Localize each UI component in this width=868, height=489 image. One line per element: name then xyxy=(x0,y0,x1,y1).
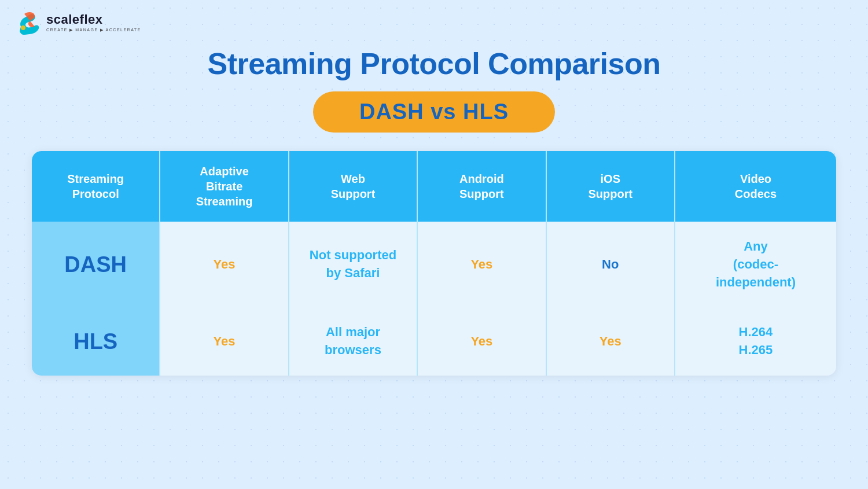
cell-hls-web: All major browsers xyxy=(289,307,418,376)
col-header-web: Web Support xyxy=(289,151,418,222)
cell-dash-ios: No xyxy=(547,222,675,307)
cell-dash-adaptive: Yes xyxy=(160,222,289,307)
cell-dash-android: Yes xyxy=(418,222,546,307)
logo: scaleflex CREATE ▶ MANAGE ▶ ACCELERATE xyxy=(16,10,141,35)
page-title: Streaming Protocol Comparison xyxy=(208,46,661,81)
cell-dash-web: Not supported by Safari xyxy=(289,222,418,307)
comparison-table-wrapper: Streaming Protocol Adaptive Bitrate Stre… xyxy=(32,151,836,376)
col-header-protocol: Streaming Protocol xyxy=(32,151,160,222)
cell-hls-android: Yes xyxy=(418,307,546,376)
col-header-android: Android Support xyxy=(418,151,546,222)
cell-dash-codecs: Any (codec- independent) xyxy=(675,222,836,307)
table-header-row: Streaming Protocol Adaptive Bitrate Stre… xyxy=(32,151,836,222)
svg-point-0 xyxy=(21,25,25,30)
comparison-badge: DASH vs HLS xyxy=(313,91,555,133)
scaleflex-logo-icon xyxy=(16,10,41,35)
col-header-ios: iOS Support xyxy=(547,151,675,222)
comparison-table: Streaming Protocol Adaptive Bitrate Stre… xyxy=(32,151,836,376)
logo-tagline: CREATE ▶ MANAGE ▶ ACCELERATE xyxy=(46,28,141,32)
badge-text: DASH vs HLS xyxy=(359,100,509,124)
table-row-hls: HLS Yes All major browsers Yes Yes H.264… xyxy=(32,307,836,376)
cell-hls-protocol: HLS xyxy=(32,307,160,376)
table-row-dash: DASH Yes Not supported by Safari Yes No … xyxy=(32,222,836,307)
cell-hls-codecs: H.264 H.265 xyxy=(675,307,836,376)
logo-text: scaleflex CREATE ▶ MANAGE ▶ ACCELERATE xyxy=(46,13,141,32)
col-header-codecs: Video Codecs xyxy=(675,151,836,222)
logo-name: scaleflex xyxy=(46,13,141,27)
cell-hls-adaptive: Yes xyxy=(160,307,289,376)
cell-dash-protocol: DASH xyxy=(32,222,160,307)
cell-hls-ios: Yes xyxy=(547,307,675,376)
col-header-adaptive: Adaptive Bitrate Streaming xyxy=(160,151,289,222)
